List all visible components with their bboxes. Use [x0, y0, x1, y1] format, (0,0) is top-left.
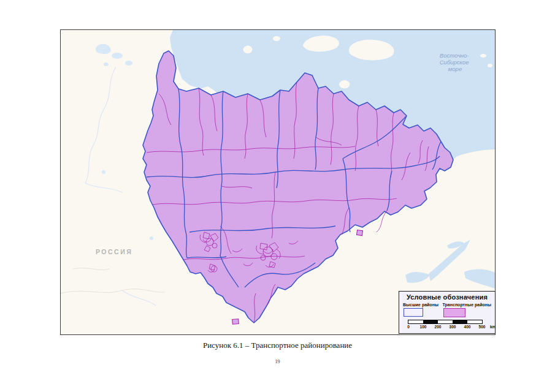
country-label: РОССИЯ [96, 248, 132, 255]
scale-segment [423, 320, 438, 323]
legend-item-higher-districts: Высшие районы [403, 303, 438, 317]
figure-caption: Рисунок 6.1 – Транспортное районирование [0, 341, 555, 350]
scale-bar: 0 100 200 300 400 500 km [408, 320, 488, 330]
map-figure: Восточно- Сибирское море РОССИЯ Условные… [60, 29, 496, 335]
scale-tick: 500 [479, 325, 486, 329]
map-canvas: Восточно- Сибирское море РОССИЯ [61, 30, 495, 334]
scale-bar-ticks: 0 100 200 300 400 500 km [408, 325, 488, 330]
scale-tick: 200 [435, 325, 442, 329]
scale-segment [453, 320, 467, 323]
scale-unit-label: km [490, 325, 496, 329]
transport-districts-swatch [443, 308, 465, 317]
scale-segment [467, 320, 482, 323]
page-number: 19 [0, 359, 555, 364]
detached-district-south [232, 319, 239, 325]
scale-segment [408, 320, 423, 323]
legend-title: Условные обозначения [399, 293, 495, 301]
legend-item-transport-districts: Транспортные районы [443, 303, 491, 317]
higher-districts-swatch [404, 308, 423, 317]
legend-items: Высшие районы Транспортные районы [399, 301, 495, 317]
detached-district-east [356, 230, 362, 235]
map-legend: Условные обозначения Высшие районы Транс… [399, 291, 496, 334]
scale-segment [438, 320, 453, 323]
scale-bar-segments [408, 320, 483, 324]
scale-tick: 100 [420, 325, 427, 329]
legend-label: Высшие районы [403, 303, 438, 307]
scale-tick: 400 [464, 325, 471, 329]
legend-label: Транспортные районы [443, 303, 491, 307]
scale-tick: 0 [407, 325, 410, 329]
scale-tick: 300 [450, 325, 456, 329]
